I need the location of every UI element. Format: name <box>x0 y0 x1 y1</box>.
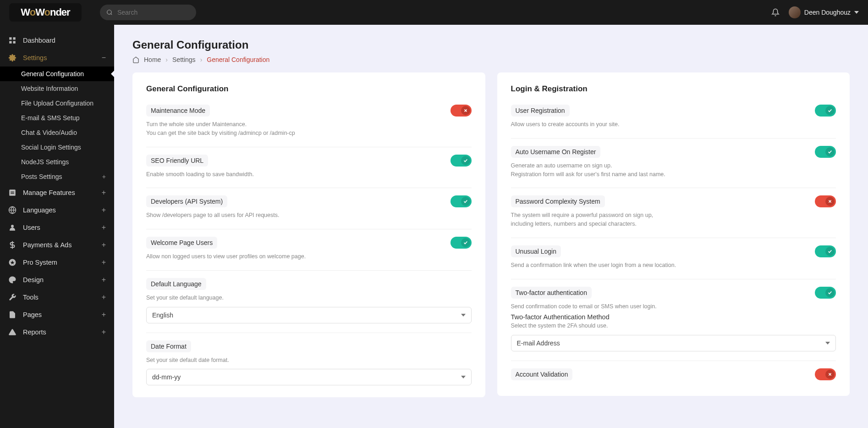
toggle-unusual-login[interactable] <box>815 245 836 257</box>
toggle-welcome[interactable] <box>450 237 472 249</box>
sidebar-item-label: Payments & Ads <box>23 241 71 249</box>
sidebar-item-manage-features[interactable]: Manage Features + <box>0 184 114 201</box>
sidebar-sub-website-info[interactable]: Website Information <box>0 81 114 96</box>
plus-icon: + <box>102 173 106 180</box>
search-box[interactable] <box>100 5 196 20</box>
toggle-maintenance[interactable] <box>450 105 472 117</box>
sidebar-item-label: Manage Features <box>23 189 75 196</box>
sidebar-item-payments[interactable]: Payments & Ads + <box>0 236 114 254</box>
sidebar: Dashboard Settings − General Configurati… <box>0 25 114 416</box>
sidebar-item-label: Settings <box>23 54 47 61</box>
setting-desc: Send a confirmation link when the user l… <box>511 261 836 270</box>
card-title: General Configuration <box>146 84 472 94</box>
user-menu[interactable]: Deen Doughouz <box>789 6 859 18</box>
setting-default-language: Default Language Set your site default l… <box>146 278 472 333</box>
logo[interactable]: WoWonder <box>9 3 82 22</box>
topbar: WoWonder Deen Doughouz <box>0 0 868 25</box>
toggle-password-complexity[interactable] <box>815 195 836 207</box>
plus-icon: + <box>102 223 106 232</box>
sidebar-item-pages[interactable]: Pages + <box>0 306 114 323</box>
sidebar-item-pro-system[interactable]: Pro System + <box>0 254 114 271</box>
sidebar-item-languages[interactable]: Languages + <box>0 201 114 219</box>
setting-maintenance-mode: Maintenance Mode Turn the whole site und… <box>146 105 472 147</box>
sidebar-item-settings[interactable]: Settings − <box>0 49 114 67</box>
brand-text: WoWonder <box>21 6 70 18</box>
setting-user-registration: User Registration Allow users to create … <box>511 105 836 139</box>
setting-desc: The system will require a powerful passw… <box>511 211 836 228</box>
search-input[interactable] <box>117 9 190 16</box>
sidebar-sub-posts-settings[interactable]: Posts Settings+ <box>0 169 114 184</box>
setting-label: Developers (API System) <box>146 195 227 207</box>
breadcrumb-home[interactable]: Home <box>144 56 161 63</box>
sidebar-sub-social-login[interactable]: Social Login Settings <box>0 140 114 155</box>
gear-icon <box>8 54 16 62</box>
setting-password-complexity: Password Complexity System The system wi… <box>511 195 836 238</box>
chevron-right-icon: › <box>200 56 203 63</box>
svg-rect-7 <box>11 192 14 193</box>
svg-point-11 <box>11 225 14 228</box>
setting-desc: Set your site default language. <box>146 294 472 302</box>
card-title: Login & Registration <box>511 84 836 94</box>
setting-auto-username: Auto Username On Register Generate an au… <box>511 146 836 189</box>
sidebar-item-users[interactable]: Users + <box>0 219 114 236</box>
setting-desc: Allow users to create accounts in your s… <box>511 120 836 129</box>
plus-icon: + <box>102 189 106 197</box>
svg-rect-5 <box>13 41 16 44</box>
collapse-icon: − <box>102 54 106 62</box>
select-default-language[interactable]: English <box>146 307 472 323</box>
setting-label: Two-factor authentication <box>511 287 592 299</box>
toggle-auto-username[interactable] <box>815 146 836 158</box>
settings-submenu: General Configuration Website Informatio… <box>0 67 114 184</box>
breadcrumb-settings[interactable]: Settings <box>172 56 196 63</box>
plus-icon: + <box>102 276 106 284</box>
star-icon <box>8 258 16 267</box>
select-date-format[interactable]: dd-mm-yy <box>146 369 472 385</box>
wrench-icon <box>8 293 16 301</box>
setting-desc: Turn the whole site under Maintenance. Y… <box>146 120 472 138</box>
sidebar-item-tools[interactable]: Tools + <box>0 289 114 306</box>
plus-icon: + <box>102 293 106 301</box>
setting-desc: Set your site default date format. <box>146 356 472 365</box>
sidebar-sub-nodejs[interactable]: NodeJS Settings <box>0 155 114 169</box>
sidebar-sub-file-upload[interactable]: File Upload Configuration <box>0 96 114 111</box>
setting-label: Maintenance Mode <box>146 105 210 117</box>
toggle-two-factor[interactable] <box>815 287 836 299</box>
features-icon <box>8 189 16 197</box>
login-registration-card: Login & Registration User Registration A… <box>497 72 850 396</box>
sidebar-item-label: Languages <box>23 206 56 214</box>
chevron-down-icon <box>854 11 859 14</box>
sidebar-item-design[interactable]: Design + <box>0 271 114 289</box>
svg-rect-4 <box>9 41 11 44</box>
warning-icon <box>8 328 16 336</box>
setting-developers-api: Developers (API System) Show /developers… <box>146 195 472 229</box>
sidebar-item-dashboard[interactable]: Dashboard <box>0 32 114 49</box>
sidebar-item-label: Pages <box>23 311 42 318</box>
sidebar-sub-general-config[interactable]: General Configuration <box>0 67 114 81</box>
sidebar-item-reports[interactable]: Reports + <box>0 323 114 341</box>
dashboard-icon <box>8 36 16 44</box>
toggle-account-validation[interactable] <box>815 368 836 380</box>
plus-icon: + <box>102 328 106 336</box>
toggle-developers[interactable] <box>450 195 472 207</box>
setting-label: Unusual Login <box>511 245 561 257</box>
setting-desc: Enable smooth loading to save bandwidth. <box>146 170 472 179</box>
plus-icon: + <box>102 206 106 214</box>
select-two-factor-method[interactable]: E-mail Address <box>511 335 836 351</box>
notifications-icon[interactable] <box>771 8 780 17</box>
setting-label: Password Complexity System <box>511 195 605 207</box>
svg-rect-3 <box>13 37 16 39</box>
toggle-seo[interactable] <box>450 155 472 167</box>
setting-label: SEO Friendly URL <box>146 155 208 167</box>
page-header: General Configuration Home › Settings › … <box>114 25 868 72</box>
setting-label: Account Validation <box>511 368 573 380</box>
sidebar-sub-email-sms[interactable]: E-mail & SMS Setup <box>0 111 114 125</box>
user-name: Deen Doughouz <box>804 9 851 16</box>
sidebar-sub-chat-video[interactable]: Chat & Video/Audio <box>0 125 114 140</box>
two-factor-method-label: Two-factor Authentication Method <box>511 313 836 321</box>
setting-label: User Registration <box>511 105 570 117</box>
setting-date-format: Date Format Set your site default date f… <box>146 340 472 386</box>
setting-account-validation: Account Validation <box>511 368 836 380</box>
page-icon <box>8 311 16 319</box>
sidebar-item-label: Users <box>23 224 40 231</box>
toggle-user-registration[interactable] <box>815 105 836 117</box>
